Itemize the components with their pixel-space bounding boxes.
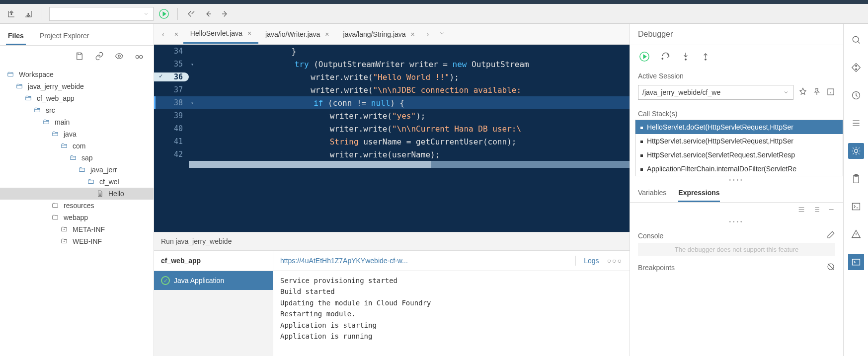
save-icon[interactable]	[73, 50, 86, 63]
tree-item[interactable]: main	[0, 116, 154, 128]
link-icon[interactable]	[93, 50, 106, 63]
tree-item[interactable]: java_jerr	[0, 164, 154, 176]
stack-frame[interactable]: HttpServlet.service(HttpServletRequest,H…	[635, 134, 843, 148]
export-icon[interactable]	[22, 7, 35, 20]
tree-item-label: cf_web_app	[37, 94, 75, 102]
breakpoints-toggle-icon[interactable]	[826, 262, 835, 273]
stack-frame[interactable]: HelloServlet.doGet(HttpServletRequest,Ht…	[635, 120, 843, 134]
stack-frame[interactable]: HttpServlet.service(ServletRequest,Servl…	[635, 148, 843, 162]
nav-back-icon[interactable]	[202, 7, 215, 20]
session-dropdown[interactable]: /java_jerry_webide/cf_we	[638, 85, 793, 100]
file-explorer-panel: Files Project Explorer Workspacejava_jer…	[0, 24, 154, 356]
stack-frame[interactable]: ApplicationFilterChain.internalDoFilter(…	[635, 162, 843, 176]
tree-item[interactable]: Hello	[0, 188, 154, 200]
run-url-link[interactable]: https://4uAtEtHh1Z7ApYKYwebide-cf-w...	[280, 257, 567, 265]
tree-item[interactable]: webapp	[0, 212, 154, 223]
outline-icon[interactable]	[848, 115, 864, 131]
unpin-icon[interactable]	[812, 87, 821, 98]
pin-icon[interactable]	[798, 87, 807, 98]
run-logs-link[interactable]: Logs	[584, 257, 599, 265]
clipboard-icon[interactable]	[848, 171, 864, 187]
debug-resume-button[interactable]	[638, 50, 651, 63]
svg-rect-16	[852, 203, 860, 210]
editor-tab[interactable]: HelloServlet.java×	[183, 24, 258, 44]
console-rail-icon[interactable]	[848, 254, 864, 270]
tree-item[interactable]: resources	[0, 200, 154, 212]
tab-variables[interactable]: Variables	[638, 189, 666, 202]
folder-open-icon	[69, 154, 78, 162]
import-icon[interactable]	[5, 7, 18, 20]
tree-item[interactable]: java	[0, 128, 154, 140]
editor-tab-label: HelloServlet.java	[190, 29, 242, 37]
tree-item[interactable]: sap	[0, 152, 154, 164]
tree-item-label: resources	[64, 202, 94, 210]
console-line: Application is running	[280, 331, 623, 342]
close-icon[interactable]: ×	[411, 30, 415, 38]
tree-item[interactable]: WEB-INF	[0, 235, 154, 247]
search-icon[interactable]	[848, 32, 864, 48]
tab-files[interactable]: Files	[6, 28, 26, 45]
run-app-name[interactable]: cf_web_app	[154, 251, 273, 271]
resize-handle-icon[interactable]: ••••	[630, 176, 843, 184]
tab-expressions[interactable]: Expressions	[678, 189, 719, 202]
debugger-panel: Debugger Active Session /java_jerry_webi…	[630, 24, 843, 356]
nav-last-edit-icon[interactable]	[185, 7, 198, 20]
tabs-close-icon[interactable]: ×	[169, 27, 183, 41]
tree-item[interactable]: src	[0, 104, 154, 116]
editor-tab[interactable]: java/io/Writer.java×	[258, 24, 336, 44]
info-icon[interactable]	[826, 87, 835, 98]
glasses-icon[interactable]	[133, 50, 146, 63]
nav-forward-icon[interactable]	[219, 7, 232, 20]
tabs-prev-icon[interactable]: ‹	[157, 27, 169, 41]
console-line: Service provisioning started	[280, 275, 623, 286]
console-line: Build started	[280, 286, 623, 297]
terminal-icon[interactable]	[848, 199, 864, 214]
run-config-dropdown[interactable]	[49, 7, 154, 21]
problems-icon[interactable]	[848, 226, 864, 242]
svg-point-11	[855, 65, 857, 67]
close-icon[interactable]: ×	[325, 30, 329, 38]
svg-point-10	[853, 36, 859, 42]
tree-item[interactable]: cf_wel	[0, 176, 154, 188]
step-over-icon[interactable]	[661, 51, 671, 63]
breakpoints-label: Breakpoints	[638, 264, 675, 272]
step-out-icon[interactable]	[701, 51, 710, 63]
svg-point-12	[855, 69, 857, 70]
editor-tab[interactable]: java/lang/String.java×	[336, 24, 422, 44]
debugger-icon[interactable]	[848, 143, 864, 159]
expr-action2-icon[interactable]	[812, 206, 820, 215]
folder-open-icon	[15, 82, 24, 90]
history-icon[interactable]	[848, 87, 864, 103]
run-more-icon[interactable]: ○○○	[607, 257, 623, 265]
git-icon[interactable]	[848, 60, 864, 75]
tabs-dropdown-icon[interactable]	[434, 27, 451, 41]
file-icon	[95, 190, 104, 198]
run-button[interactable]	[158, 7, 170, 20]
close-icon[interactable]: ×	[247, 29, 251, 37]
folder-open-icon	[51, 130, 60, 138]
call-stack-label: Call Stack(s)	[630, 106, 843, 120]
code-editor[interactable]: 34 }35▾ try (OutputStreamWriter writer =…	[154, 45, 630, 232]
eye-icon[interactable]	[113, 50, 126, 63]
folder-icon	[51, 202, 60, 210]
tree-item[interactable]: com	[0, 140, 154, 152]
tabs-next-icon[interactable]: ›	[422, 27, 434, 41]
resize-handle-icon[interactable]: ••••	[630, 218, 843, 225]
step-into-icon[interactable]	[681, 51, 691, 63]
expr-action3-icon[interactable]	[827, 206, 835, 215]
tree-item-label: com	[73, 142, 85, 150]
run-console: Service provisioning startedBuild starte…	[273, 271, 630, 356]
expr-action1-icon[interactable]	[797, 206, 805, 215]
svg-point-1	[118, 55, 121, 58]
tree-item[interactable]: cf_web_app	[0, 92, 154, 104]
eraser-icon[interactable]	[826, 230, 835, 241]
session-value: /java_jerry_webide/cf_we	[642, 88, 720, 96]
tree-item-label: java_jerry_webide	[28, 82, 84, 90]
run-item-java-application[interactable]: ✓ Java Application	[154, 271, 273, 290]
tree-item[interactable]: Workspace	[0, 69, 154, 80]
svg-rect-17	[852, 259, 860, 265]
tree-item[interactable]: java_jerry_webide	[0, 80, 154, 92]
tab-project-explorer[interactable]: Project Explorer	[38, 28, 91, 45]
tree-item[interactable]: META-INF	[0, 223, 154, 235]
editor-tab-label: java/io/Writer.java	[265, 30, 320, 38]
